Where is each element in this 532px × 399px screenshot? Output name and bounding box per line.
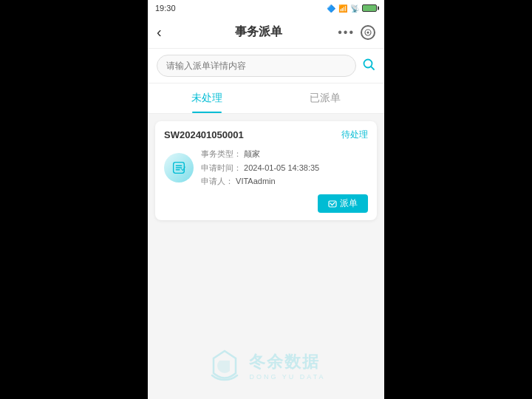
watermark: 冬余数据 DONG YU DATA: [148, 347, 384, 384]
back-button[interactable]: ‹: [157, 24, 179, 41]
more-options-button[interactable]: •••: [338, 26, 355, 39]
card-info: 事务类型： 颠家 申请时间： 2024-01-05 14:38:35 申请人： …: [201, 147, 368, 188]
svg-rect-8: [329, 201, 336, 207]
task-card: SW202401050001 待处理 事务类型： 颠家: [155, 121, 377, 220]
signal-icon: 📶: [338, 4, 347, 13]
task-status[interactable]: 待处理: [341, 129, 368, 141]
search-input[interactable]: [157, 55, 356, 77]
svg-line-3: [371, 66, 374, 69]
status-bar: 19:30 🔷 📶 📡: [148, 0, 384, 16]
card-body: 事务类型： 颠家 申请时间： 2024-01-05 14:38:35 申请人： …: [164, 147, 368, 188]
tab-bar: 未处理 已派单: [148, 83, 384, 114]
tab-dispatched[interactable]: 已派单: [266, 83, 384, 113]
wifi-icon: 📡: [350, 4, 359, 13]
status-icons: 🔷 📶 📡: [327, 4, 377, 13]
task-applicant-row: 申请人： VITAadmin: [201, 174, 368, 188]
task-time-row: 申请时间： 2024-01-05 14:38:35: [201, 161, 368, 175]
search-bar: [148, 49, 384, 83]
approve-icon: [328, 200, 337, 208]
header-actions: •••: [338, 25, 375, 40]
status-time: 19:30: [155, 4, 176, 13]
page-title: 事务派单: [235, 24, 282, 40]
svg-point-1: [367, 31, 369, 33]
target-icon[interactable]: [361, 25, 375, 40]
app-header: ‹ 事务派单 •••: [148, 16, 384, 49]
watermark-text: 冬余数据 DONG YU DATA: [249, 351, 325, 381]
bluetooth-icon: 🔷: [327, 4, 335, 13]
card-header: SW202401050001 待处理: [164, 129, 368, 141]
tab-pending[interactable]: 未处理: [148, 83, 266, 113]
svg-line-10: [332, 202, 335, 205]
task-type-icon: [164, 153, 194, 183]
search-icon[interactable]: [362, 58, 375, 75]
battery-icon: [362, 4, 377, 12]
phone-screen: 19:30 🔷 📶 📡 ‹ 事务派单 •••: [148, 0, 384, 399]
task-type-row: 事务类型： 颠家: [201, 147, 368, 161]
watermark-logo: [206, 347, 243, 384]
task-id: SW202401050001: [164, 129, 244, 140]
approve-button[interactable]: 派单: [318, 194, 368, 213]
card-footer: 派单: [164, 194, 368, 213]
